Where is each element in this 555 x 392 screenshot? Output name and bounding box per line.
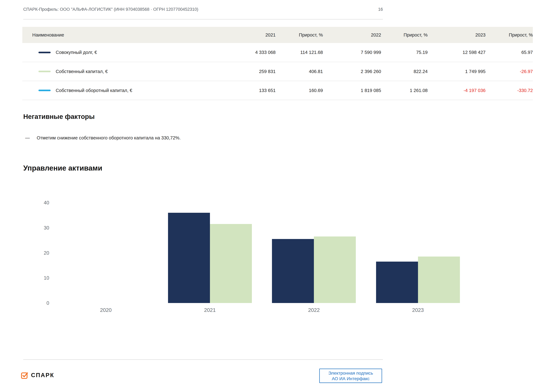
chart-bar bbox=[418, 257, 460, 303]
negative-factor-text: Отметим снижение собственного оборотного… bbox=[37, 135, 181, 141]
y-axis-tick-label: 20 bbox=[23, 250, 49, 255]
series-color-line-icon bbox=[38, 71, 51, 72]
value-cell: 114 121.68 bbox=[276, 43, 323, 62]
series-color-line-icon bbox=[38, 90, 51, 91]
electronic-signature-box: Электронная подпись АО ИА Интерфакс bbox=[319, 369, 382, 383]
y-axis-tick-label: 30 bbox=[23, 225, 49, 230]
value-cell: 259 831 bbox=[228, 62, 276, 81]
footer-divider bbox=[23, 359, 383, 360]
page-number: 16 bbox=[378, 7, 383, 12]
chart-bar bbox=[210, 224, 252, 303]
signature-line1: Электронная подпись bbox=[328, 370, 373, 376]
value-cell: 2 396 260 bbox=[323, 62, 381, 81]
value-cell: 65.97 bbox=[486, 43, 533, 62]
column-header-growth-2023: Прирост, % bbox=[486, 27, 533, 43]
chart-bar bbox=[168, 213, 210, 303]
row-label: Собственный капитал, € bbox=[56, 69, 108, 74]
value-cell: 7 590 999 bbox=[323, 43, 381, 62]
chart-bar bbox=[376, 262, 418, 303]
column-header-growth-2022: Прирост, % bbox=[381, 27, 428, 43]
value-cell: 1 749 995 bbox=[428, 62, 486, 81]
column-header-name: Наименование bbox=[22, 27, 228, 43]
negative-factors-heading: Негативные факторы bbox=[23, 113, 95, 121]
bullet-dash: — bbox=[25, 135, 30, 141]
value-cell: -330.72 bbox=[486, 81, 533, 100]
document-header: СПАРК-Профиль: ООО "АЛЬФА-ЛОГИСТИК" (ИНН… bbox=[23, 7, 383, 19]
x-axis-category-label: 2022 bbox=[308, 307, 320, 313]
x-axis-category-label: 2020 bbox=[100, 307, 111, 313]
value-cell: 4 333 068 bbox=[228, 43, 276, 62]
table-body: Совокупный долг, € 4 333 068 114 121.68 … bbox=[22, 43, 533, 100]
column-header-2021: 2021 bbox=[228, 27, 276, 43]
spark-logo: СПАРК bbox=[21, 371, 54, 379]
spark-logo-text: СПАРК bbox=[31, 372, 54, 378]
value-cell: 12 598 427 bbox=[428, 43, 486, 62]
value-cell: 406.81 bbox=[276, 62, 323, 81]
table-row: Собственный капитал, € 259 831 406.81 2 … bbox=[22, 62, 533, 81]
value-cell: 133 651 bbox=[228, 81, 276, 100]
row-label: Собственный оборотный капитал, € bbox=[56, 88, 132, 93]
asset-management-heading: Управление активами bbox=[23, 164, 102, 172]
value-cell: 75.19 bbox=[381, 43, 428, 62]
value-cell: 1 261.08 bbox=[381, 81, 428, 100]
x-axis-category-label: 2021 bbox=[204, 307, 216, 313]
signature-line2: АО ИА Интерфакс bbox=[332, 376, 370, 381]
chart-plot: 0102030402020202120222023 bbox=[23, 203, 482, 303]
row-label: Совокупный долг, € bbox=[56, 50, 97, 55]
value-cell: -4 197 036 bbox=[428, 81, 486, 100]
value-cell: 1 819 085 bbox=[323, 81, 381, 100]
chart-bar bbox=[272, 239, 314, 303]
negative-factor-item: — Отметим снижение собственного оборотно… bbox=[25, 135, 181, 141]
column-header-growth-2021: Прирост, % bbox=[276, 27, 323, 43]
series-color-line-icon bbox=[38, 52, 51, 53]
financial-table: Наименование 2021 Прирост, % 2022 Прирос… bbox=[22, 27, 533, 100]
column-header-2022: 2022 bbox=[323, 27, 381, 43]
y-axis-tick-label: 40 bbox=[23, 200, 49, 205]
value-cell: 160.69 bbox=[276, 81, 323, 100]
value-cell: -26.97 bbox=[486, 62, 533, 81]
table-row: Собственный оборотный капитал, € 133 651… bbox=[22, 81, 533, 100]
y-axis-tick-label: 0 bbox=[23, 301, 49, 306]
spark-profile-page: СПАРК-Профиль: ООО "АЛЬФА-ЛОГИСТИК" (ИНН… bbox=[0, 0, 555, 392]
spark-checkmark-icon bbox=[21, 371, 29, 379]
x-axis-category-label: 2023 bbox=[412, 307, 424, 313]
y-axis-tick-label: 10 bbox=[23, 276, 49, 280]
table-row: Совокупный долг, € 4 333 068 114 121.68 … bbox=[22, 43, 533, 62]
column-header-2023: 2023 bbox=[428, 27, 486, 43]
document-title: СПАРК-Профиль: ООО "АЛЬФА-ЛОГИСТИК" (ИНН… bbox=[23, 7, 198, 12]
value-cell: 822.24 bbox=[381, 62, 428, 81]
table-header-row: Наименование 2021 Прирост, % 2022 Прирос… bbox=[22, 27, 533, 43]
chart-bar bbox=[314, 236, 356, 303]
